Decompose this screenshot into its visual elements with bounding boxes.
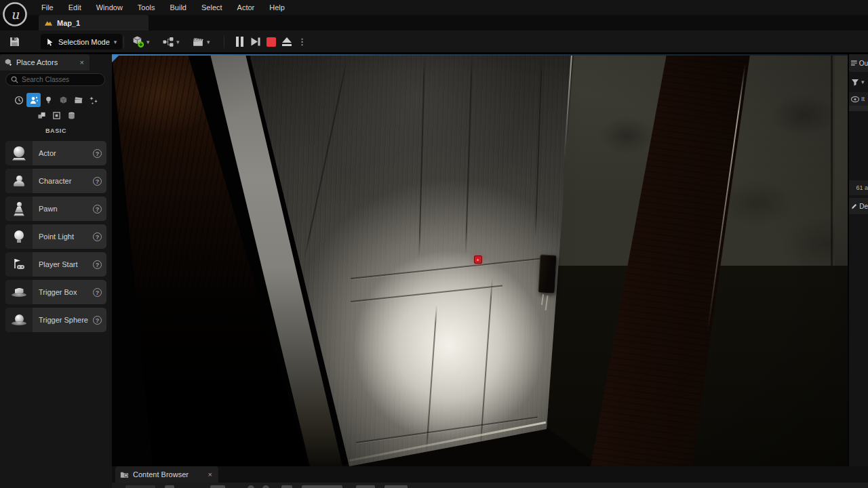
- outliner-column-header[interactable]: It: [849, 92, 868, 106]
- chevron-down-icon: ▾: [114, 39, 117, 45]
- outliner-panel-clipped: Ou ▾ It 61 a De: [849, 54, 868, 466]
- place-actors-title: Place Actors: [16, 58, 75, 66]
- item-label: Trigger Box: [33, 288, 93, 296]
- pause-button[interactable]: [236, 37, 243, 47]
- level-asset-icon: [44, 18, 53, 27]
- viewport-focus-border: [112, 54, 848, 56]
- chevron-down-icon: ▾: [207, 39, 210, 45]
- cursor-icon: [46, 38, 54, 46]
- search-classes-input[interactable]: [22, 76, 93, 83]
- forward-icon-clipped[interactable]: [262, 485, 269, 488]
- actor-count-label: 61 a: [856, 184, 868, 191]
- selection-mode-dropdown[interactable]: Selection Mode ▾: [41, 34, 122, 49]
- category-shapes[interactable]: [56, 93, 71, 107]
- category-recently-placed[interactable]: [12, 93, 26, 107]
- play-controls: ⋮: [231, 33, 312, 51]
- close-icon[interactable]: ×: [207, 470, 214, 479]
- item-label: Point Light: [33, 232, 93, 241]
- menu-help[interactable]: Help: [262, 0, 292, 15]
- toolbar-divider: [123, 36, 124, 48]
- save-icon: [9, 36, 20, 47]
- help-icon[interactable]: ?: [93, 316, 102, 325]
- character-icon: [5, 169, 33, 193]
- level-viewport[interactable]: [112, 54, 848, 466]
- outliner-footer: 61 a: [849, 180, 868, 195]
- eject-button[interactable]: [282, 37, 292, 46]
- menu-edit[interactable]: Edit: [61, 0, 89, 15]
- item-label: Actor: [33, 149, 93, 157]
- unreal-engine-logo-icon[interactable]: u: [1, 1, 28, 28]
- clock-icon: [14, 96, 24, 105]
- menu-select[interactable]: Select: [194, 0, 230, 15]
- menu-bar: File Edit Window Tools Build Select Acto…: [0, 0, 868, 15]
- content-browser-toolbar-clipped: [112, 483, 868, 488]
- list-item-point-light[interactable]: Point Light ?: [5, 224, 106, 249]
- add-actor-button[interactable]: ▾: [130, 33, 152, 50]
- item-label: Character: [33, 177, 93, 185]
- save-button[interactable]: [5, 33, 23, 50]
- cinematics-button[interactable]: ▾: [190, 33, 212, 50]
- import-icon-clipped[interactable]: [165, 485, 174, 488]
- outliner-rows[interactable]: [849, 111, 868, 180]
- list-item-trigger-sphere[interactable]: Trigger Sphere ?: [5, 308, 106, 332]
- category-lights[interactable]: [41, 93, 56, 107]
- outliner-filter-button[interactable]: ▾: [849, 75, 868, 89]
- search-icon: [11, 76, 18, 83]
- play-options-menu[interactable]: ⋮: [298, 37, 307, 46]
- menu-file[interactable]: File: [34, 0, 61, 15]
- trigger-box-icon: [5, 280, 33, 304]
- close-icon[interactable]: ×: [79, 58, 85, 66]
- help-icon[interactable]: ?: [93, 232, 102, 241]
- help-icon[interactable]: ?: [93, 177, 102, 186]
- content-browser-tab[interactable]: Content Browser ×: [115, 466, 218, 483]
- menu-actor[interactable]: Actor: [230, 0, 262, 15]
- search-classes-box[interactable]: [5, 73, 105, 86]
- list-item-actor[interactable]: Actor ?: [5, 141, 106, 165]
- cinematics-clapperboard-icon: [192, 36, 205, 47]
- tab-map-1-label: Map_1: [57, 19, 80, 27]
- help-icon[interactable]: ?: [93, 260, 102, 269]
- chevron-down-icon: ▾: [176, 39, 180, 45]
- blueprints-button[interactable]: ▾: [160, 33, 182, 50]
- category-all-classes[interactable]: [64, 108, 79, 123]
- frame-skip-button[interactable]: [250, 37, 260, 47]
- stop-button[interactable]: [267, 37, 276, 47]
- main-toolbar: Selection Mode ▾ ▾ ▾: [0, 30, 868, 53]
- menu-build[interactable]: Build: [163, 0, 194, 15]
- toolbar-divider: [224, 36, 224, 48]
- list-item-player-start[interactable]: Player Start ?: [5, 252, 106, 277]
- category-cinematic[interactable]: [71, 93, 85, 107]
- blueprints-icon: [162, 37, 174, 47]
- category-volumes[interactable]: [50, 108, 64, 123]
- list-item-trigger-box[interactable]: Trigger Box ?: [5, 280, 106, 304]
- folder-icon: [120, 471, 129, 479]
- category-geometry[interactable]: [35, 108, 49, 123]
- save-all-icon-clipped[interactable]: [210, 485, 225, 488]
- help-icon[interactable]: ?: [93, 149, 102, 158]
- list-icon: [851, 60, 857, 66]
- details-tab-label: De: [859, 203, 868, 210]
- scene-vignette: [112, 54, 848, 466]
- add-button-clipped[interactable]: [125, 485, 155, 488]
- cube-icon: [59, 96, 68, 104]
- place-actors-tab[interactable]: Place Actors ×: [0, 54, 90, 70]
- category-basic-selected[interactable]: [26, 93, 41, 107]
- item-label: Pawn: [33, 205, 93, 213]
- details-tab[interactable]: De: [849, 198, 868, 214]
- tab-map-1[interactable]: Map_1: [39, 15, 149, 30]
- menu-tools[interactable]: Tools: [130, 0, 163, 15]
- place-actors-panel: Place Actors ×: [0, 54, 112, 488]
- item-label: Trigger Sphere: [33, 316, 93, 324]
- svg-text:u: u: [11, 7, 20, 22]
- geometry-cubes-icon: [37, 111, 46, 120]
- breadcrumb-icon-clipped[interactable]: [281, 485, 292, 488]
- outliner-tab[interactable]: Ou: [849, 54, 868, 72]
- back-icon-clipped[interactable]: [248, 485, 254, 488]
- category-visual-effects[interactable]: [86, 93, 100, 107]
- help-icon[interactable]: ?: [93, 288, 102, 297]
- menu-window[interactable]: Window: [89, 0, 130, 15]
- list-item-character[interactable]: Character ?: [5, 169, 106, 193]
- light-bulb-icon: [44, 96, 53, 104]
- list-item-pawn[interactable]: Pawn ?: [5, 197, 106, 221]
- help-icon[interactable]: ?: [93, 205, 102, 214]
